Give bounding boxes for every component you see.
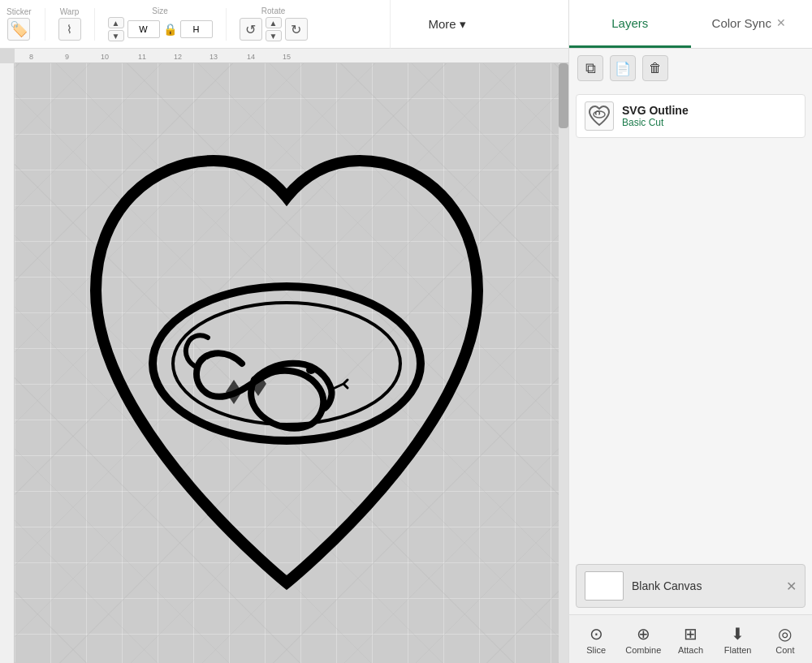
copy-btn[interactable]: 📄 — [610, 55, 636, 81]
size-down-btn[interactable]: ▼ — [108, 30, 124, 41]
layer-item[interactable]: SVG Outline Basic Cut — [576, 94, 806, 138]
more-button[interactable]: More ▾ — [390, 0, 503, 49]
rotate-up-btn[interactable]: ▲ — [266, 17, 282, 28]
ruler-mark-14: 14 — [247, 53, 255, 61]
warp-label: Warp — [60, 7, 80, 16]
ruler-mark-8: 8 — [29, 53, 33, 61]
sticker-btn[interactable]: 🏷️ — [7, 18, 30, 41]
ruler-top: 8 9 10 11 12 13 14 15 — [15, 49, 568, 63]
canvas-area: 8 9 10 11 12 13 14 15 — [0, 49, 568, 663]
ruler-mark-10: 10 — [101, 53, 109, 61]
ruler-mark-15: 15 — [283, 53, 291, 61]
lock-icon: 🔒 — [163, 23, 177, 36]
color-sync-close-icon[interactable]: ✕ — [771, 16, 791, 29]
rotate-ccw-btn[interactable]: ↺ — [240, 18, 262, 41]
warp-group: Warp ⌇ — [58, 7, 81, 41]
ruler-mark-13: 13 — [209, 53, 218, 61]
panel-bottom-toolbar: ⊙ Slice ⊕ Combine ⊞ Attach ⬇ Flatten ◎ C… — [569, 614, 812, 663]
layers-content: SVG Outline Basic Cut — [569, 88, 812, 329]
ruler-mark-11: 11 — [138, 53, 146, 61]
scrollbar-thumb[interactable] — [559, 63, 568, 128]
combine-icon: ⊕ — [637, 624, 650, 644]
rotate-cw-btn[interactable]: ↻ — [285, 18, 308, 41]
size-group: Size ▲ ▼ 🔒 — [108, 6, 213, 41]
slice-btn[interactable]: ⊙ Slice — [577, 624, 615, 655]
attach-icon: ⊞ — [684, 624, 698, 644]
slice-icon: ⊙ — [590, 624, 603, 644]
tab-color-sync[interactable]: Color Sync ✕ — [691, 0, 813, 48]
size-up-btn[interactable]: ▲ — [108, 17, 124, 28]
right-panel: Layers Color Sync ✕ ⧉ 📄 🗑 SVG Outline Ba… — [568, 0, 812, 663]
contour-label: Cont — [775, 645, 794, 655]
combine-label: Combine — [625, 645, 661, 655]
sticker-group: Sticker 🏷️ — [6, 7, 32, 41]
height-input[interactable] — [180, 20, 213, 38]
flatten-btn[interactable]: ⬇ Flatten — [719, 624, 758, 655]
ruler-mark-9: 9 — [65, 53, 69, 61]
panel-tabs: Layers Color Sync ✕ — [569, 0, 812, 49]
width-input[interactable] — [127, 20, 160, 38]
scrollbar-right[interactable] — [559, 63, 568, 663]
sticker-label: Sticker — [6, 7, 32, 16]
contour-icon: ◎ — [778, 624, 792, 644]
layer-info: SVG Outline Basic Cut — [622, 104, 689, 128]
panel-spacer — [569, 329, 812, 558]
blank-canvas-area: Blank Canvas ✕ — [569, 558, 812, 614]
drawing-svg — [15, 63, 559, 663]
ruler-mark-12: 12 — [174, 53, 182, 61]
flatten-icon: ⬇ — [731, 624, 745, 644]
layer-name: SVG Outline — [622, 104, 689, 117]
blank-canvas-thumbnail — [585, 571, 624, 601]
size-label: Size — [152, 6, 167, 15]
slice-label: Slice — [586, 645, 606, 655]
panel-icon-toolbar: ⧉ 📄 🗑 — [569, 49, 812, 88]
svg-point-2 — [306, 366, 316, 374]
rotate-label: Rotate — [261, 6, 285, 15]
blank-canvas-label: Blank Canvas — [632, 579, 702, 592]
warp-btn[interactable]: ⌇ — [58, 18, 81, 41]
delete-btn[interactable]: 🗑 — [642, 55, 668, 81]
flatten-label: Flatten — [724, 645, 752, 655]
contour-btn[interactable]: ◎ Cont — [766, 624, 805, 655]
layer-type: Basic Cut — [622, 117, 689, 128]
duplicate-btn[interactable]: ⧉ — [577, 55, 603, 81]
blank-canvas-close-icon[interactable]: ✕ — [786, 579, 797, 594]
rotate-down-btn[interactable]: ▼ — [266, 30, 282, 41]
more-arrow-icon: ▾ — [460, 17, 466, 32]
tab-layers[interactable]: Layers — [569, 0, 691, 48]
blank-canvas-item[interactable]: Blank Canvas ✕ — [576, 564, 806, 608]
rotate-group: Rotate ↺ ▲ ▼ ↻ — [240, 6, 308, 41]
attach-label: Attach — [678, 645, 703, 655]
more-label: More — [428, 17, 456, 31]
layer-icon — [585, 101, 614, 131]
main-canvas — [15, 63, 559, 663]
ruler-left — [0, 63, 15, 663]
tab-layers-label: Layers — [611, 16, 648, 30]
tab-color-sync-label: Color Sync — [712, 16, 771, 30]
attach-btn[interactable]: ⊞ Attach — [671, 624, 710, 655]
combine-btn[interactable]: ⊕ Combine — [624, 624, 663, 655]
